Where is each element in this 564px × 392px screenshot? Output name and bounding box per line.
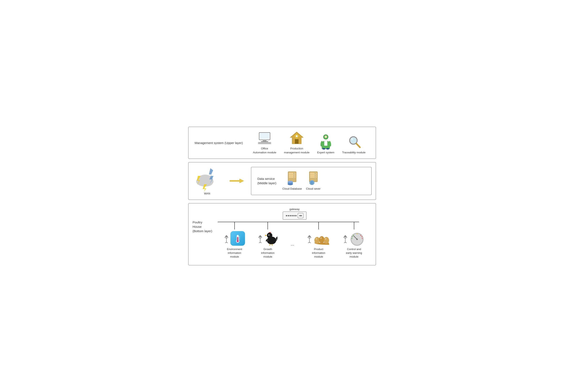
- traceability-icon: [347, 135, 361, 149]
- svg-point-57: [315, 176, 316, 177]
- svg-rect-20: [298, 136, 299, 137]
- data-service-box: Data service(Middle layer): [251, 167, 372, 195]
- vert-line-env: [234, 222, 235, 230]
- svg-line-116: [344, 242, 345, 243]
- middle-layer: WAN Data service(Middle layer): [188, 162, 376, 200]
- svg-rect-8: [263, 143, 264, 144]
- wan-arrow: [228, 178, 245, 184]
- svg-rect-52: [310, 173, 317, 174]
- svg-point-25: [326, 148, 329, 149]
- svg-point-44: [294, 173, 295, 174]
- office-label: OfficeAutomation module: [253, 147, 276, 154]
- svg-line-68: [225, 242, 226, 243]
- vert-line-control: [354, 222, 354, 230]
- module-traceability: Traceability module: [342, 135, 366, 154]
- growth-module-label: Growthinformationmodule: [261, 247, 274, 259]
- svg-point-99: [309, 235, 310, 236]
- svg-line-125: [361, 237, 362, 237]
- svg-point-81: [260, 235, 260, 236]
- thermometer-icon: [230, 231, 245, 246]
- expert-icon: [318, 135, 333, 149]
- svg-rect-11: [268, 143, 268, 144]
- svg-line-83: [260, 242, 261, 243]
- svg-point-73: [237, 240, 239, 242]
- svg-line-101: [310, 242, 311, 243]
- svg-point-50: [288, 181, 293, 183]
- svg-line-31: [356, 143, 360, 147]
- svg-line-90: [272, 244, 272, 246]
- module-control: Control andearly warningmodule: [343, 222, 365, 259]
- svg-rect-42: [289, 175, 296, 176]
- dots-separator: ...: [291, 234, 294, 246]
- svg-line-117: [345, 242, 347, 243]
- svg-point-88: [268, 235, 269, 235]
- antenna-growth: [258, 234, 263, 243]
- env-module-label: Environmentinformationmodule: [227, 247, 242, 259]
- svg-rect-9: [265, 143, 266, 144]
- bottom-content: gateway ⇔: [218, 208, 372, 259]
- module-production: Productionmanagement module: [284, 131, 310, 154]
- svg-line-89: [269, 244, 270, 246]
- svg-rect-10: [266, 143, 267, 144]
- top-modules-row: OfficeAutomation module: [249, 131, 369, 154]
- svg-line-82: [259, 242, 260, 243]
- svg-point-46: [294, 176, 295, 177]
- eggs-icon: [313, 231, 330, 246]
- gateway-dots: [286, 215, 296, 216]
- top-layer: Management system (Upper layer): [188, 127, 376, 159]
- wan-label: WAN: [204, 192, 210, 195]
- svg-point-22: [325, 135, 327, 138]
- svg-marker-86: [265, 235, 267, 236]
- expert-label: Expert system: [317, 151, 334, 154]
- svg-rect-14: [295, 139, 298, 144]
- production-icon: [289, 131, 304, 145]
- top-layer-label: Management system (Upper layer): [195, 141, 243, 145]
- svg-rect-18: [296, 138, 297, 139]
- svg-rect-2: [263, 140, 267, 141]
- module-product: Productinformationmodule: [307, 222, 330, 259]
- svg-rect-12: [269, 143, 270, 144]
- svg-point-45: [294, 175, 295, 176]
- module-expert: Expert system: [317, 135, 334, 154]
- svg-line-121: [352, 237, 353, 237]
- svg-rect-19: [294, 136, 295, 137]
- svg-point-16: [296, 135, 298, 137]
- antenna-env: [224, 234, 229, 243]
- svg-line-100: [308, 242, 310, 243]
- svg-rect-7: [262, 143, 263, 144]
- antenna-product: [307, 234, 312, 243]
- svg-rect-53: [310, 175, 317, 176]
- product-module-label: Productinformationmodule: [312, 247, 325, 259]
- traceability-label: Traceability module: [342, 151, 366, 154]
- module-environment: Environmentinformationmodule: [224, 222, 245, 259]
- control-module-label: Control andearly warningmodule: [346, 247, 362, 259]
- module-growth: Growthinformationmodule: [258, 222, 278, 259]
- svg-point-110: [325, 238, 326, 240]
- gateway-exchange-icon: ⇔: [298, 213, 303, 218]
- gateway-label: gateway: [289, 208, 299, 211]
- svg-point-24: [322, 148, 325, 149]
- svg-point-49: [288, 183, 293, 185]
- gateway-box: ⇔: [283, 212, 307, 220]
- module-cloud-server: Cloud sever: [306, 171, 321, 191]
- module-cloud-db: Cloud Database: [282, 171, 302, 191]
- svg-rect-54: [310, 176, 317, 178]
- cloud-db-icon: [285, 171, 299, 185]
- bottom-layer: PoultryHouse(Bottom layer) gateway: [188, 203, 376, 265]
- production-label: Productionmanagement module: [284, 147, 310, 154]
- svg-rect-1: [260, 133, 269, 139]
- svg-point-29: [351, 138, 353, 140]
- office-icon: [257, 131, 272, 145]
- svg-rect-41: [289, 173, 296, 174]
- svg-point-115: [345, 235, 346, 236]
- cloud-server-icon: [306, 171, 321, 185]
- diagram-container: Management system (Upper layer): [188, 127, 376, 265]
- svg-line-69: [226, 242, 228, 243]
- svg-point-56: [315, 175, 316, 176]
- svg-point-85: [267, 233, 272, 238]
- svg-point-55: [315, 173, 316, 174]
- vert-line-growth: [268, 222, 268, 230]
- chicken-icon: [264, 231, 278, 246]
- svg-rect-23: [324, 141, 327, 146]
- module-office: OfficeAutomation module: [253, 131, 276, 154]
